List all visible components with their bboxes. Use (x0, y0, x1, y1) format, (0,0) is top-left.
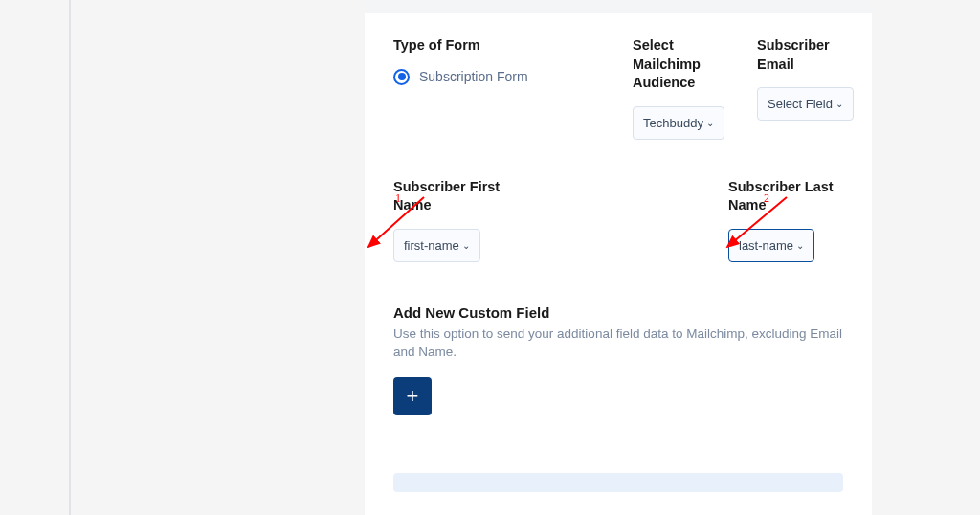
annotation-label-2: 2 (764, 191, 769, 206)
row-name-fields: Subscriber First Name first-name ⌄ Subsc… (393, 178, 843, 262)
custom-field-title: Add New Custom Field (393, 304, 843, 321)
chevron-down-icon: ⌄ (835, 99, 843, 109)
field-subscriber-first-name: Subscriber First Name first-name ⌄ (393, 178, 527, 262)
add-custom-field-section: Add New Custom Field Use this option to … (393, 304, 843, 415)
radio-subscription-text: Subscription Form (419, 69, 528, 84)
field-subscriber-last-name: Subscriber Last Name last-name ⌄ (728, 178, 843, 262)
chevron-down-icon: ⌄ (796, 240, 804, 251)
lastname-label: Subscriber Last Name (728, 178, 843, 215)
email-select[interactable]: Select Field ⌄ (757, 87, 854, 121)
chevron-down-icon: ⌄ (462, 240, 470, 251)
firstname-value: first-name (404, 238, 459, 253)
email-value: Select Field (768, 97, 833, 111)
row-top: Type of Form Subscription Form Select Ma… (393, 36, 843, 140)
form-panel: Type of Form Subscription Form Select Ma… (365, 0, 872, 515)
lastname-value: last-name (739, 238, 793, 253)
radio-subscription-form[interactable]: Subscription Form (393, 69, 613, 85)
info-banner (393, 473, 843, 492)
firstname-select[interactable]: first-name ⌄ (393, 229, 480, 262)
audience-value: Techbuddy (643, 116, 703, 130)
custom-field-desc: Use this option to send your additional … (393, 325, 843, 362)
add-custom-field-button[interactable]: + (393, 377, 432, 415)
panel-header-strip (365, 0, 872, 13)
field-subscriber-email: Subscriber Email Select Field ⌄ (757, 36, 862, 140)
left-border (69, 0, 71, 515)
type-of-form-label: Type of Form (393, 36, 613, 56)
lastname-select[interactable]: last-name ⌄ (728, 229, 814, 262)
email-label: Subscriber Email (757, 36, 862, 74)
firstname-label: Subscriber First Name (393, 178, 527, 215)
audience-label: Select Mailchimp Audience (633, 36, 738, 93)
page-wrap: Type of Form Subscription Form Select Ma… (0, 0, 980, 515)
plus-icon: + (407, 384, 419, 409)
field-mailchimp-audience: Select Mailchimp Audience Techbuddy ⌄ (633, 36, 738, 140)
radio-checked-icon[interactable] (393, 69, 410, 85)
chevron-down-icon: ⌄ (706, 118, 714, 128)
audience-select[interactable]: Techbuddy ⌄ (633, 106, 724, 140)
field-type-of-form: Type of Form Subscription Form (393, 36, 613, 140)
annotation-label-1: 1 (395, 191, 401, 206)
